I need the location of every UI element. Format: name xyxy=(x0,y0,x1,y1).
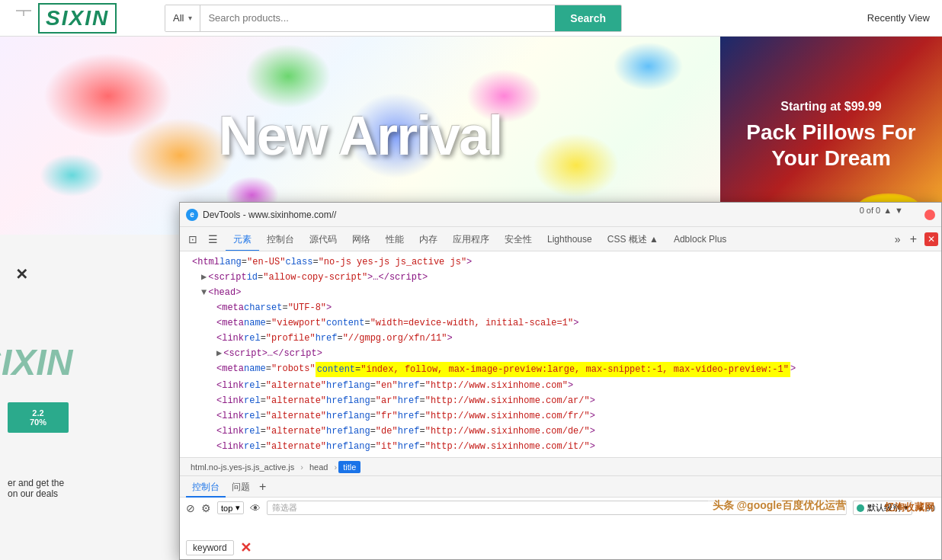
tab-network[interactable]: 网络 xyxy=(344,227,378,251)
devtools-breadcrumb: html.no-js.yes-js.js_active.js › head › … xyxy=(180,457,941,475)
code-line: <html lang="en-US" class="no-js yes-js j… xyxy=(180,254,941,270)
tab-css-overview[interactable]: CSS 概述 ▲ xyxy=(600,227,666,251)
code-line-robots: <meta name="robots" content="index, foll… xyxy=(180,361,941,378)
tab-elements[interactable]: 元素 xyxy=(226,227,259,251)
left-promo: 2.2 70% xyxy=(8,402,69,433)
tab-application[interactable]: 应用程序 xyxy=(445,227,497,251)
devtools-favicon: e xyxy=(186,209,198,221)
code-line: ▼ <head> xyxy=(180,285,941,300)
code-line: <link rel="profile" href="//gmpg.org/xfn… xyxy=(180,331,941,346)
console-add-tab[interactable]: + xyxy=(256,480,269,494)
left-info-line2: on our deals xyxy=(8,488,175,499)
more-tabs-icon[interactable]: » xyxy=(890,233,905,245)
promo-line1: 2.2 xyxy=(11,408,66,418)
top-context-selector[interactable]: top ▾ xyxy=(217,501,244,514)
devtools-close-red-button[interactable]: ✕ xyxy=(924,232,938,246)
recently-view[interactable]: Recently View xyxy=(867,12,930,24)
console-tabs: 控制台 问题 + xyxy=(180,476,941,498)
code-line: <meta name="viewport" content="width=dev… xyxy=(180,315,941,331)
tab-security[interactable]: 安全性 xyxy=(497,227,540,251)
console-bottom: keyword ✕ xyxy=(186,539,935,556)
devtools-close-button[interactable] xyxy=(924,210,935,220)
code-line: <link rel="alternate" hreflang="ar" href… xyxy=(180,393,941,408)
website-left-panel: ✕ SIXIN 2.2 70% er and get the on our de… xyxy=(0,235,181,560)
code-line: <link rel="alternate" hreflang="fr" href… xyxy=(180,408,941,424)
close-button[interactable]: ✕ xyxy=(15,265,28,283)
log-level-dot xyxy=(857,504,864,512)
keyword-badge: keyword xyxy=(186,540,234,555)
devtools-title: DevTools - www.sixinhome.com// xyxy=(203,210,924,220)
search-input[interactable] xyxy=(200,5,555,31)
search-button[interactable]: Search xyxy=(555,5,621,31)
tab-console[interactable]: 控制台 xyxy=(259,227,302,251)
search-category[interactable]: All ▾ xyxy=(165,5,200,31)
chevron-down-icon: ▾ xyxy=(188,14,192,22)
left-logo: SIXIN xyxy=(0,341,72,383)
watermark-text: 头条 @google百度优化运营 xyxy=(708,498,851,514)
promo-line2: 70% xyxy=(11,418,66,427)
code-editor[interactable]: <html lang="en-US" class="no-js yes-js j… xyxy=(180,251,941,457)
header: SIXIN All ▾ Search Recently View xyxy=(0,0,942,37)
devtools-icon-pointer[interactable]: ⊡ xyxy=(184,231,201,248)
clear-console-icon[interactable]: ⊘ xyxy=(186,502,195,514)
tabs-right-controls: » + ✕ xyxy=(890,232,938,246)
eye-icon[interactable]: 👁 xyxy=(250,502,261,514)
breadcrumb-html[interactable]: html.no-js.yes-js.js_active.js xyxy=(186,461,299,473)
devtools-tabs-bar: ⊡ ☰ 元素 控制台 源代码 网络 性能 内存 应用程序 安全性 Lightho… xyxy=(180,227,941,251)
breadcrumb-title[interactable]: title xyxy=(338,461,360,473)
logo-icon xyxy=(12,7,35,30)
search-area: All ▾ Search xyxy=(165,5,622,32)
filter-icon[interactable]: ⚙ xyxy=(201,502,211,514)
banner-title-line1: Pack Pillows For xyxy=(746,120,916,144)
search-category-label: All xyxy=(173,12,184,24)
logo-area: SIXIN xyxy=(12,3,149,34)
left-info: er and get the on our deals xyxy=(8,478,175,499)
tab-sources[interactable]: 源代码 xyxy=(302,227,344,251)
code-line: <link rel="alternate" hreflang="it" href… xyxy=(180,439,941,454)
tab-adblock[interactable]: Adblock Plus xyxy=(666,227,734,251)
banner-main-text: New Arrival xyxy=(219,104,502,167)
code-line: <meta charset="UTF-8" > xyxy=(180,300,941,315)
tab-icon-group: ⊡ ☰ xyxy=(183,231,223,248)
left-info-line1: er and get the xyxy=(8,478,175,488)
tab-memory[interactable]: 内存 xyxy=(412,227,445,251)
code-line: ▶ <script>…</script> xyxy=(180,346,941,361)
logo-text: SIXIN xyxy=(38,3,117,34)
code-line: ▶ <script id="allow-copy-script" >…</scr… xyxy=(180,270,941,285)
devtools-titlebar: e DevTools - www.sixinhome.com// xyxy=(180,203,941,227)
code-line: <link rel="alternate" hreflang="en" href… xyxy=(180,378,941,393)
tab-lighthouse[interactable]: Lighthouse xyxy=(540,227,600,251)
banner-title: Pack Pillows For Your Dream xyxy=(746,120,916,171)
devtools-console-area: 控制台 问题 + ⊘ ⚙ top ▾ 👁 xyxy=(180,475,941,559)
console-tab-issues[interactable]: 问题 xyxy=(226,476,256,498)
banner-price: Starting at $99.99 xyxy=(780,100,882,114)
add-tab-icon[interactable]: + xyxy=(905,232,921,246)
code-line: <link rel="alternate" hreflang="de" href… xyxy=(180,424,941,439)
watermark-text2: 忆淘收藏网 xyxy=(885,501,934,514)
breadcrumb-head[interactable]: head xyxy=(305,461,332,473)
favicon-char: e xyxy=(190,210,194,219)
tab-performance[interactable]: 性能 xyxy=(378,227,412,251)
keyword-clear-icon[interactable]: ✕ xyxy=(240,539,252,556)
devtools-icon-inspect[interactable]: ☰ xyxy=(204,231,221,248)
console-tab-console[interactable]: 控制台 xyxy=(186,476,226,498)
banner-title-line2: Your Dream xyxy=(771,146,891,170)
